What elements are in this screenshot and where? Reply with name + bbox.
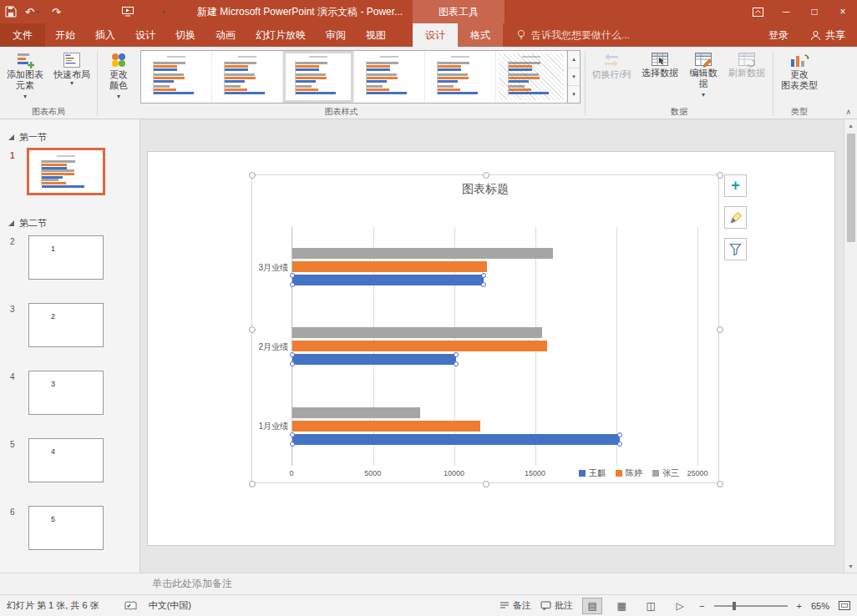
chart-frame-handle[interactable] bbox=[249, 326, 256, 333]
ribbon-tab[interactable]: 设计 bbox=[125, 23, 165, 47]
ribbon-display-options-button[interactable] bbox=[743, 0, 772, 23]
redo-button[interactable]: ↷ bbox=[52, 0, 61, 23]
ribbon-tab[interactable]: 插入 bbox=[85, 23, 125, 47]
edit-data-button[interactable]: 编辑数 据▾ bbox=[684, 48, 723, 100]
chart-frame-handle[interactable] bbox=[717, 481, 723, 487]
close-button[interactable]: × bbox=[829, 0, 857, 23]
refresh-data-button[interactable]: 刷新数据 bbox=[723, 48, 771, 78]
chart-styles-button[interactable] bbox=[724, 206, 747, 229]
ribbon-tab[interactable]: 审阅 bbox=[316, 23, 356, 47]
zoom-out-button[interactable]: − bbox=[699, 601, 704, 611]
x-axis-tick-label: 15000 bbox=[517, 469, 554, 477]
normal-view-button[interactable]: ▤ bbox=[582, 598, 602, 614]
slide-thumbnail[interactable]: 2 bbox=[28, 303, 104, 347]
chart-bar[interactable] bbox=[292, 407, 420, 418]
ribbon-tab[interactable]: 幻灯片放映 bbox=[246, 23, 316, 47]
notes-area[interactable]: 单击此处添加备注 bbox=[0, 573, 857, 594]
scroll-up-button[interactable]: ▲ bbox=[848, 119, 854, 132]
chart-bar[interactable] bbox=[292, 327, 542, 338]
zoom-slider-thumb[interactable] bbox=[733, 602, 736, 610]
legend-item[interactable]: 陈婷 bbox=[616, 467, 642, 479]
contextual-tab[interactable]: 格式 bbox=[458, 23, 503, 47]
chart-style-item[interactable] bbox=[496, 51, 567, 103]
chart-bar[interactable] bbox=[292, 248, 553, 259]
chart-bar[interactable] bbox=[292, 341, 547, 351]
ribbon-tab[interactable]: 视图 bbox=[356, 23, 396, 47]
chart-frame-handle[interactable] bbox=[483, 172, 489, 179]
legend-item[interactable]: 王麒 bbox=[579, 467, 606, 479]
scrollbar-thumb[interactable] bbox=[847, 134, 855, 242]
gallery-scroll-down-button[interactable]: ▼ bbox=[568, 68, 580, 86]
slide-thumbnail[interactable]: 3 bbox=[28, 371, 104, 415]
chart-side-buttons: + bbox=[724, 174, 747, 260]
chart-style-item[interactable] bbox=[212, 51, 283, 103]
chart-bar[interactable] bbox=[292, 354, 456, 365]
chart-frame-handle[interactable] bbox=[717, 172, 723, 179]
ribbon-tab[interactable]: 切换 bbox=[165, 23, 205, 47]
chart-bar[interactable] bbox=[292, 421, 480, 432]
collapse-ribbon-button[interactable]: ∧ bbox=[845, 108, 851, 116]
chart-bar[interactable] bbox=[292, 434, 620, 445]
fit-to-window-button[interactable] bbox=[839, 601, 850, 610]
tellme-box[interactable]: 告诉我您想要做什么... bbox=[516, 23, 630, 47]
chart-bar[interactable] bbox=[292, 261, 487, 272]
chart-elements-button[interactable]: + bbox=[724, 174, 747, 197]
gallery-more-button[interactable]: ▼ bbox=[568, 86, 580, 103]
zoom-in-button[interactable]: + bbox=[797, 601, 802, 611]
undo-button[interactable]: ↶▾ bbox=[25, 0, 39, 23]
section-header[interactable]: 第二节 bbox=[0, 217, 139, 229]
chart-frame-handle[interactable] bbox=[483, 481, 489, 487]
zoom-slider[interactable] bbox=[714, 605, 788, 607]
vertical-scrollbar[interactable]: ▲ ▼ bbox=[844, 119, 857, 573]
chart-object[interactable]: 图表标题 王麒陈婷张三 05000100001500020000250003月业… bbox=[251, 174, 719, 483]
maximize-button[interactable]: □ bbox=[800, 0, 829, 23]
share-button[interactable]: 共享 bbox=[810, 28, 845, 43]
slide-sorter-view-button[interactable]: ▦ bbox=[611, 598, 631, 614]
qat-customize-button[interactable]: ▾ bbox=[162, 0, 165, 23]
chart-style-item[interactable] bbox=[425, 51, 496, 103]
chart-legend[interactable]: 王麒陈婷张三 bbox=[576, 467, 682, 479]
section-header[interactable]: 第一节 bbox=[0, 131, 139, 143]
reading-view-button[interactable]: ◫ bbox=[641, 598, 661, 614]
tab-file[interactable]: 文件 bbox=[0, 23, 45, 47]
slide-thumbnail[interactable]: 4 bbox=[28, 438, 104, 482]
chart-frame-handle[interactable] bbox=[717, 326, 723, 333]
button-label: 选择数据 bbox=[641, 68, 678, 78]
legend-item[interactable]: 张三 bbox=[652, 467, 679, 479]
quick-layout-button[interactable]: 快速布局▾ bbox=[48, 48, 95, 86]
slide-thumbnail[interactable]: 5 bbox=[28, 506, 104, 550]
chart-title[interactable]: 图表标题 bbox=[252, 182, 718, 197]
ribbon-tab[interactable]: 动画 bbox=[205, 23, 246, 47]
add-chart-element-button[interactable]: 添加图表 元素▾ bbox=[2, 48, 48, 102]
chart-bar[interactable] bbox=[292, 275, 484, 285]
chart-style-item[interactable] bbox=[283, 51, 354, 103]
chart-style-item[interactable] bbox=[141, 51, 212, 103]
chart-style-item[interactable] bbox=[354, 51, 425, 103]
slide-thumbnail[interactable] bbox=[28, 149, 104, 194]
change-colors-button[interactable]: 更改 颜色▾ bbox=[99, 48, 138, 102]
gallery-scroll-up-button[interactable]: ▲ bbox=[568, 51, 580, 68]
start-slideshow-button[interactable] bbox=[122, 0, 134, 23]
scroll-down-button[interactable]: ▼ bbox=[848, 560, 854, 573]
change-chart-type-button[interactable]: 更改 图表类型 bbox=[775, 48, 824, 91]
section-collapse-icon bbox=[8, 220, 14, 226]
zoom-level[interactable]: 65% bbox=[811, 601, 829, 611]
contextual-tab[interactable]: 设计 bbox=[413, 23, 458, 47]
slideshow-button[interactable]: ▷ bbox=[670, 598, 690, 614]
window-controls: ─ □ × bbox=[743, 0, 857, 23]
select-data-button[interactable]: 选择数据 bbox=[636, 48, 684, 78]
chart-frame-handle[interactable] bbox=[249, 172, 256, 179]
notes-toggle-button[interactable]: 备注 bbox=[499, 599, 531, 612]
chart-frame-handle[interactable] bbox=[249, 481, 256, 487]
spell-check-button[interactable] bbox=[124, 601, 137, 611]
switch-row-column-button[interactable]: 切换行/列 bbox=[587, 48, 636, 80]
sign-in-button[interactable]: 登录 bbox=[768, 28, 789, 43]
language-indicator[interactable]: 中文(中国) bbox=[149, 599, 191, 612]
save-button[interactable] bbox=[5, 0, 17, 23]
slide-thumbnail[interactable]: 1 bbox=[28, 235, 104, 280]
slide[interactable]: 图表标题 王麒陈婷张三 05000100001500020000250003月业… bbox=[147, 151, 835, 546]
comments-toggle-button[interactable]: 批注 bbox=[540, 599, 573, 612]
ribbon-tab[interactable]: 开始 bbox=[45, 23, 85, 47]
chart-filters-button[interactable] bbox=[724, 238, 747, 260]
minimize-button[interactable]: ─ bbox=[772, 0, 800, 23]
